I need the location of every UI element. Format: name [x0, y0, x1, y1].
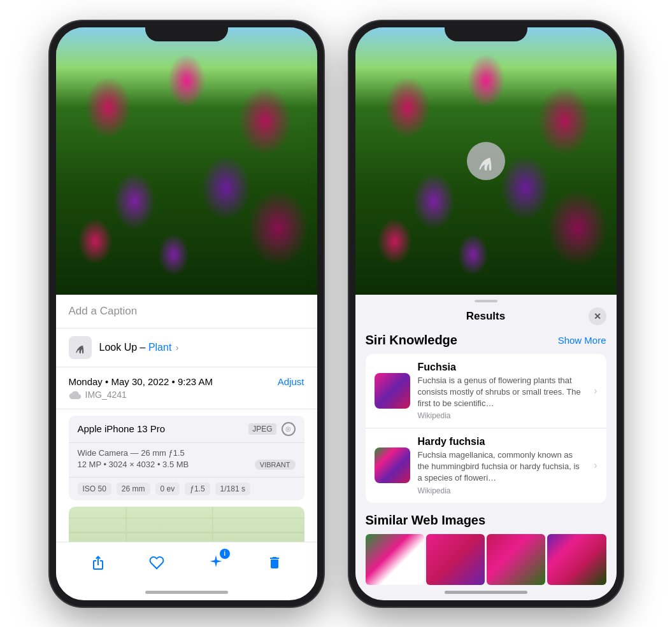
similar-images-row	[366, 534, 606, 585]
exif-focal: 26 mm	[117, 483, 150, 495]
exif-shutter: 1/181 s	[215, 483, 250, 495]
fuchsia-description: Fuchsia is a genus of flowering plants t…	[418, 375, 587, 410]
date-text: Monday • May 30, 2022 • 9:23 AM	[69, 376, 213, 387]
device-name: Apple iPhone 13 Pro	[78, 423, 166, 434]
cloud-icon	[69, 390, 82, 399]
similar-title: Similar Web Images	[366, 513, 606, 528]
exif-row: ISO 50 26 mm 0 ev ƒ1.5 1/181 s	[69, 477, 304, 500]
hardy-fuchsia-title: Hardy fuchsia	[418, 436, 587, 447]
fuchsia-title: Fuchsia	[418, 362, 587, 373]
knowledge-item-fuchsia[interactable]: Fuchsia Fuchsia is a genus of flowering …	[366, 354, 606, 429]
device-row: Apple iPhone 13 Pro JPEG ◎	[69, 416, 304, 443]
results-panel: Results ✕ Siri Knowledge Show More Fuchs…	[355, 295, 617, 587]
knowledge-item-hardy-fuchsia[interactable]: Hardy fuchsia Fuchsia magellanica, commo…	[366, 428, 606, 503]
photo-detail-content: Add a Caption Look Up – Plant ›	[56, 295, 317, 542]
info-button[interactable]: i	[204, 551, 227, 574]
similar-thumb-1[interactable]	[366, 534, 424, 585]
device-badges: JPEG ◎	[248, 422, 295, 436]
results-content: Siri Knowledge Show More Fuchsia Fuchsia…	[355, 330, 617, 587]
results-header: Results ✕	[355, 302, 617, 330]
map-roads-svg	[69, 507, 304, 542]
share-button[interactable]	[87, 551, 110, 574]
heart-icon	[149, 555, 164, 570]
map-area[interactable]	[69, 507, 304, 542]
heart-button[interactable]	[145, 551, 168, 574]
date-section: Monday • May 30, 2022 • 9:23 AM Adjust I…	[56, 367, 317, 409]
phone-1: Add a Caption Look Up – Plant ›	[50, 21, 324, 607]
exif-ev: 0 ev	[155, 483, 180, 495]
share-icon	[90, 555, 106, 570]
similar-thumb-3[interactable]	[487, 534, 545, 585]
format-badge: JPEG	[248, 423, 276, 435]
fuchsia-chevron-icon: ›	[594, 385, 597, 397]
delete-button[interactable]	[263, 551, 286, 574]
exif-aperture: ƒ1.5	[185, 483, 210, 495]
hardy-fuchsia-description: Fuchsia magellanica, commonly known as t…	[418, 449, 587, 484]
similar-thumb-4[interactable]	[547, 534, 606, 585]
phone-notch	[145, 21, 228, 41]
photo-toolbar: i	[56, 542, 317, 587]
phone2-screen: Results ✕ Siri Knowledge Show More Fuchs…	[355, 27, 617, 600]
visual-lookup-leaf-icon	[476, 151, 496, 171]
lookup-icon	[69, 336, 92, 359]
exif-iso: ISO 50	[78, 483, 111, 495]
hardy-fuchsia-info: Hardy fuchsia Fuchsia magellanica, commo…	[418, 436, 587, 495]
caption-placeholder[interactable]: Add a Caption	[69, 305, 138, 317]
hardy-fuchsia-thumbnail	[375, 447, 410, 483]
caption-area[interactable]: Add a Caption	[56, 295, 317, 328]
lookup-label: Look Up – Plant ›	[99, 342, 179, 353]
camera-spec2-row: 12 MP • 3024 × 4032 • 3.5 MB VIBRANT	[78, 460, 296, 470]
photo2-image[interactable]	[355, 27, 617, 295]
results-title: Results	[466, 310, 505, 323]
info-badge: i	[220, 549, 230, 559]
fuchsia-thumbnail	[375, 373, 410, 409]
knowledge-card: Fuchsia Fuchsia is a genus of flowering …	[366, 354, 606, 503]
camera-icon: ◎	[282, 422, 296, 436]
fuchsia-info: Fuchsia Fuchsia is a genus of flowering …	[418, 362, 587, 421]
camera-spec-row: Wide Camera — 26 mm ƒ1.5 12 MP • 3024 × …	[69, 443, 304, 477]
hardy-fuchsia-source: Wikipedia	[418, 486, 587, 495]
home-indicator-2	[445, 591, 527, 594]
leaf-icon	[74, 341, 87, 354]
siri-knowledge-title: Siri Knowledge	[366, 333, 457, 348]
hardy-fuchsia-chevron-icon: ›	[594, 460, 597, 471]
camera-spec1: Wide Camera — 26 mm ƒ1.5	[78, 448, 296, 458]
lookup-row[interactable]: Look Up – Plant ›	[56, 328, 317, 367]
trash-icon	[267, 555, 282, 570]
filename-text: IMG_4241	[85, 390, 127, 400]
device-section: Apple iPhone 13 Pro JPEG ◎ Wide Camera —…	[69, 416, 304, 500]
home-indicator	[145, 591, 228, 594]
show-more-button[interactable]: Show More	[558, 335, 606, 346]
phone1-screen: Add a Caption Look Up – Plant ›	[56, 27, 317, 600]
fuchsia-source: Wikipedia	[418, 411, 587, 420]
similar-thumb-2[interactable]	[426, 534, 485, 585]
camera-spec2: 12 MP • 3024 × 4032 • 3.5 MB	[78, 460, 189, 469]
siri-knowledge-header: Siri Knowledge Show More	[366, 333, 606, 348]
results-close-button[interactable]: ✕	[589, 307, 606, 325]
adjust-button[interactable]: Adjust	[278, 376, 304, 387]
phone2-notch	[445, 21, 527, 41]
visual-lookup-button[interactable]	[467, 142, 505, 180]
similar-section: Similar Web Images	[366, 513, 606, 585]
vibrant-badge: VIBRANT	[255, 460, 296, 470]
phone-2: Results ✕ Siri Knowledge Show More Fuchs…	[349, 21, 623, 607]
photo-image[interactable]	[56, 27, 317, 295]
